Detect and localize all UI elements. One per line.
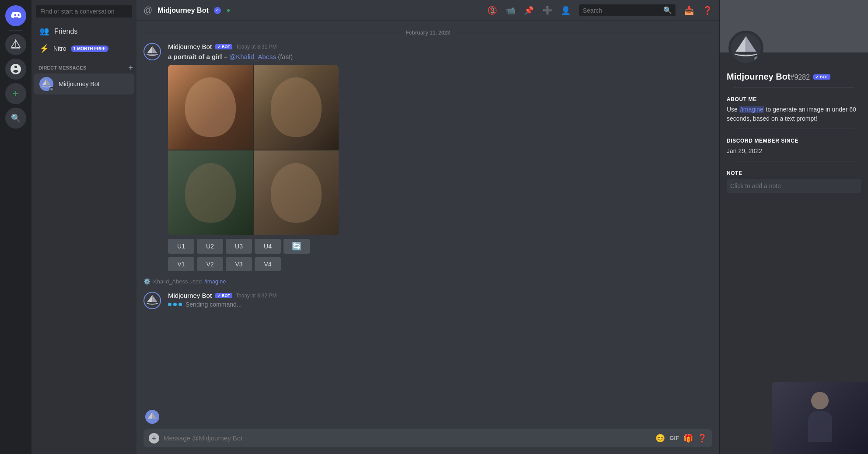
message-author-2: Midjourney Bot (168, 292, 212, 299)
person-body (808, 411, 832, 442)
divider-3 (734, 161, 854, 161)
message-input[interactable] (164, 429, 651, 447)
message-group-2: Midjourney Bot ✓ BOT Today at 3:32 PM Se… (144, 292, 712, 309)
note-input[interactable]: Click to add a note (727, 179, 861, 193)
message-avatar-1 (144, 43, 161, 60)
user-panel-banner (720, 0, 868, 52)
channel-name: Midjourney Bot (158, 7, 208, 14)
inbox-icon[interactable]: 📥 (684, 6, 694, 15)
command-icon: ⚙️ (144, 278, 150, 285)
emoji-icon[interactable]: 😊 (655, 433, 665, 443)
message-input-box[interactable]: + 😊 GIF 🎁 ❓ (144, 429, 712, 447)
variation-2-button[interactable]: V2 (197, 257, 223, 271)
help-icon[interactable]: ❓ (703, 6, 712, 15)
attach-button[interactable]: + (149, 433, 159, 444)
message-content-2: Midjourney Bot ✓ BOT Today at 3:32 PM Se… (168, 292, 712, 308)
divider-2 (734, 129, 854, 129)
chat-header: @ Midjourney Bot ✓ 📵 📹 📌 ➕ 👤 🔍 📥 ❓ (136, 0, 719, 21)
person-silhouette (802, 392, 837, 444)
server-sailing[interactable] (5, 34, 26, 55)
find-conversation-input[interactable] (36, 5, 132, 17)
about-me-text: Use /imagine to generate an image in und… (727, 105, 861, 123)
pin-icon[interactable]: 📌 (524, 6, 534, 15)
check-icon: ✓ (216, 8, 219, 12)
at-icon: @ (144, 5, 152, 15)
dm-item-midjourney[interactable]: Midjourney Bot (34, 73, 134, 94)
add-friend-icon[interactable]: ➕ (542, 6, 552, 15)
sidebar-search-area[interactable] (32, 0, 136, 23)
nitro-label: Nitro (53, 45, 66, 52)
dot-3 (178, 303, 182, 306)
message-text-1: a portrait of a girl – @Khalid_Abess (fa… (168, 52, 712, 61)
variation-buttons: V1 V2 V3 V4 (168, 257, 712, 271)
panel-verified-icon: ✓ (816, 75, 819, 79)
dm-section-header: Direct Messages + (32, 57, 136, 73)
variation-3-button[interactable]: V3 (226, 257, 252, 271)
header-icons: 📵 📹 📌 ➕ 👤 🔍 📥 ❓ (487, 4, 712, 16)
user-panel-name: Midjourney Bot#9282 ✓ BOT (727, 72, 861, 82)
nitro-icon: ⚡ (39, 44, 49, 53)
sidebar-item-nitro[interactable]: ⚡ Nitro 1 MONTH FREE (34, 40, 134, 57)
sending-indicator: Sending command... (168, 301, 712, 308)
create-dm-button[interactable]: + (128, 64, 133, 72)
dm-list-icon[interactable]: 👤 (561, 6, 570, 15)
discord-logo[interactable] (5, 5, 26, 26)
variation-4-button[interactable]: V4 (255, 257, 281, 271)
online-status-indicator (226, 8, 231, 13)
member-since-section: DISCORD MEMBER SINCE Jan 29, 2022 (727, 138, 861, 156)
gif-icon[interactable]: GIF (669, 435, 679, 441)
usage-user: Khalid_Abess used (153, 278, 202, 285)
portrait-image-1[interactable] (168, 65, 253, 150)
bot-label-2: BOT (222, 293, 230, 298)
refresh-button[interactable]: 🔄 (284, 239, 310, 254)
dot-2 (173, 303, 177, 306)
upscale-3-button[interactable]: U3 (226, 239, 252, 254)
search-input[interactable] (583, 7, 660, 14)
video-overlay[interactable] (772, 382, 868, 454)
usage-line: ⚙️ Khalid_Abess used /imagine (144, 278, 712, 285)
member-since-date: Jan 29, 2022 (727, 147, 861, 156)
upscale-1-button[interactable]: U1 (168, 239, 194, 254)
upscale-4-button[interactable]: U4 (255, 239, 281, 254)
mute-call-icon[interactable]: 📵 (487, 6, 497, 15)
portrait-image-4[interactable] (254, 150, 339, 235)
message-content-1: Midjourney Bot ✓ BOT Today at 3:31 PM a … (168, 43, 712, 271)
svg-point-0 (15, 40, 17, 41)
icon-divider (9, 30, 23, 31)
dm-status-indicator (49, 87, 54, 91)
note-placeholder: Click to add a note (730, 182, 781, 189)
search-icon: 🔍 (663, 6, 672, 14)
verified-check-icon-2: ✓ (217, 293, 221, 298)
divider-1 (734, 87, 854, 87)
sidebar-item-friends[interactable]: 👥 Friends (34, 23, 134, 40)
panel-bot-badge: ✓ BOT (813, 74, 830, 80)
image-grid (168, 65, 339, 235)
sticker-icon[interactable]: 🎁 (683, 433, 693, 443)
current-user-avatar (144, 408, 161, 426)
main-content: @ Midjourney Bot ✓ 📵 📹 📌 ➕ 👤 🔍 📥 ❓ Febru… (136, 0, 719, 454)
message-bold-text: a portrait of a girl – (168, 53, 228, 60)
friends-icon: 👥 (39, 26, 50, 37)
user-panel-info: Midjourney Bot#9282 ✓ BOT ABOUT ME Use /… (720, 52, 868, 200)
user-panel-avatar (728, 31, 763, 66)
variation-1-button[interactable]: V1 (168, 257, 194, 271)
server-ai[interactable] (5, 59, 26, 80)
gift-icon[interactable]: ❓ (697, 433, 707, 443)
video-icon[interactable]: 📹 (506, 6, 515, 15)
portrait-image-2[interactable] (254, 65, 339, 150)
verified-badge: ✓ (214, 7, 221, 14)
bot-badge-2: ✓ BOT (215, 293, 232, 298)
header-search[interactable]: 🔍 (579, 4, 676, 16)
explore-servers[interactable]: 🔍 (5, 108, 26, 129)
add-server[interactable]: + (5, 83, 26, 104)
message-group-1: Midjourney Bot ✓ BOT Today at 3:31 PM a … (144, 43, 712, 271)
portrait-face-4 (271, 163, 322, 223)
portrait-image-3[interactable] (168, 150, 253, 235)
message-suffix: (fast) (278, 53, 293, 60)
upscale-2-button[interactable]: U2 (197, 239, 223, 254)
sidebar: 👥 Friends ⚡ Nitro 1 MONTH FREE Direct Me… (32, 0, 136, 454)
person-head (811, 392, 829, 409)
note-section: NOTE Click to add a note (727, 170, 861, 193)
message-header-1: Midjourney Bot ✓ BOT Today at 3:31 PM (168, 43, 712, 50)
nitro-badge: 1 MONTH FREE (71, 45, 108, 52)
